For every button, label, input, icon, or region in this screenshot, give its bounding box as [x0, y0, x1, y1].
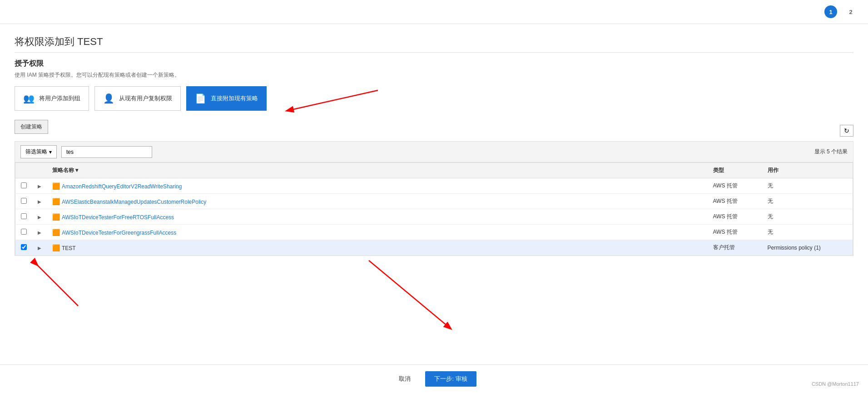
policy-name-link[interactable]: AWSIoTDeviceTesterForFreeRTOSFullAccess: [62, 214, 174, 221]
filter-left: 筛选策略 ▾: [20, 145, 152, 158]
expand-arrow-icon[interactable]: ▶: [38, 184, 41, 189]
refresh-button[interactable]: ↻: [840, 125, 853, 137]
policy-usage: 无: [762, 209, 853, 225]
step-indicators: 1 2: [824, 5, 857, 18]
policy-name: TEST: [62, 245, 76, 251]
row-checkbox[interactable]: [21, 244, 27, 250]
policy-type: 客户托管: [708, 240, 762, 255]
policy-usage: 无: [762, 178, 853, 194]
chevron-down-icon: ▾: [49, 149, 52, 155]
result-count: 显示 5 个结果: [814, 148, 848, 156]
policy-type: AWS 托管: [708, 225, 762, 240]
document-icon: 📄: [195, 93, 206, 104]
policy-type: AWS 托管: [708, 194, 762, 209]
arrow-area: [15, 256, 853, 347]
table-row: ▶🟧 AmazonRedshiftQueryEditorV2ReadWriteS…: [15, 178, 853, 194]
col-header-usage: 用作: [762, 163, 853, 178]
top-bar: 1 2: [0, 0, 868, 24]
col-header-type: 类型: [708, 163, 762, 178]
method-buttons: 👥 将用户添加到组 👤 从现有用户复制权限 📄 直接附加现有策略: [15, 86, 853, 111]
group-icon: 👥: [23, 93, 35, 104]
expand-arrow-icon[interactable]: ▶: [38, 215, 41, 220]
row-checkbox[interactable]: [21, 213, 27, 219]
policy-usage: Permissions policy (1): [762, 240, 853, 255]
search-input[interactable]: [61, 146, 152, 158]
bottom-right-arrow: [332, 256, 491, 347]
svg-line-5: [369, 260, 451, 329]
next-button[interactable]: 下一步: 审核: [425, 371, 476, 387]
cancel-button[interactable]: 取消: [392, 371, 418, 387]
table-row: ▶🟧 AWSElasticBeanstalkManagedUpdatesCust…: [15, 194, 853, 209]
main-content: 将权限添加到 TEST 授予权限 使用 IAM 策略授予权限。您可以分配现有策略…: [0, 24, 868, 358]
attach-policy-button[interactable]: 📄 直接附加现有策略: [186, 86, 267, 111]
filter-strategies-button[interactable]: 筛选策略 ▾: [20, 145, 57, 158]
col-header-checkbox: [15, 163, 33, 178]
page-title: 将权限添加到 TEST: [15, 35, 853, 49]
expand-arrow-icon[interactable]: ▶: [38, 246, 41, 251]
table-row: ▶🟧 TEST客户托管Permissions policy (1): [15, 240, 853, 255]
watermark: CSDN @Morton1117: [812, 381, 859, 387]
copy-from-user-button[interactable]: 👤 从现有用户复制权限: [94, 86, 181, 111]
row-checkbox[interactable]: [21, 198, 27, 204]
step-2-circle: 2: [844, 5, 857, 18]
policy-usage: 无: [762, 194, 853, 209]
policy-icon: 🟧: [52, 213, 62, 221]
policy-name-link[interactable]: AWSElasticBeanstalkManagedUpdatesCustome…: [62, 199, 206, 205]
row-checkbox[interactable]: [21, 229, 27, 235]
col-header-expand: [32, 163, 47, 178]
svg-line-3: [37, 265, 78, 306]
bottom-left-arrow: [24, 256, 114, 310]
policy-name-link[interactable]: AmazonRedshiftQueryEditorV2ReadWriteShar…: [62, 183, 182, 190]
policy-icon: 🟧: [52, 244, 62, 251]
policy-table: 策略名称 ▾ 类型 用作 ▶🟧 AmazonRedshiftQueryEdito…: [15, 162, 853, 255]
col-header-name: 策略名称 ▾: [47, 163, 708, 178]
policy-name-link[interactable]: AWSIoTDeviceTesterForGreengrassFullAcces…: [62, 230, 176, 236]
table-row: ▶🟧 AWSIoTDeviceTesterForGreengrassFullAc…: [15, 225, 853, 240]
policy-table-wrapper: 策略名称 ▾ 类型 用作 ▶🟧 AmazonRedshiftQueryEdito…: [15, 162, 853, 256]
policy-usage: 无: [762, 225, 853, 240]
table-row: ▶🟧 AWSIoTDeviceTesterForFreeRTOSFullAcce…: [15, 209, 853, 225]
row-checkbox[interactable]: [21, 182, 27, 188]
step-1-circle: 1: [824, 5, 837, 18]
policy-type: AWS 托管: [708, 209, 762, 225]
create-policy-button[interactable]: 创建策略: [15, 120, 48, 134]
footer: 取消 下一步: 审核: [0, 364, 868, 393]
expand-arrow-icon[interactable]: ▶: [38, 230, 41, 235]
policy-icon: 🟧: [52, 198, 62, 205]
section-title: 授予权限: [15, 59, 853, 69]
add-to-group-button[interactable]: 👥 将用户添加到组: [15, 86, 89, 111]
user-icon: 👤: [103, 93, 114, 104]
policy-icon: 🟧: [52, 229, 62, 236]
policy-icon: 🟧: [52, 182, 62, 190]
policy-type: AWS 托管: [708, 178, 762, 194]
filter-row: 筛选策略 ▾ 显示 5 个结果: [15, 141, 853, 162]
section-desc: 使用 IAM 策略授予权限。您可以分配现有策略或者创建一个新策略。: [15, 71, 853, 79]
expand-arrow-icon[interactable]: ▶: [38, 199, 41, 204]
